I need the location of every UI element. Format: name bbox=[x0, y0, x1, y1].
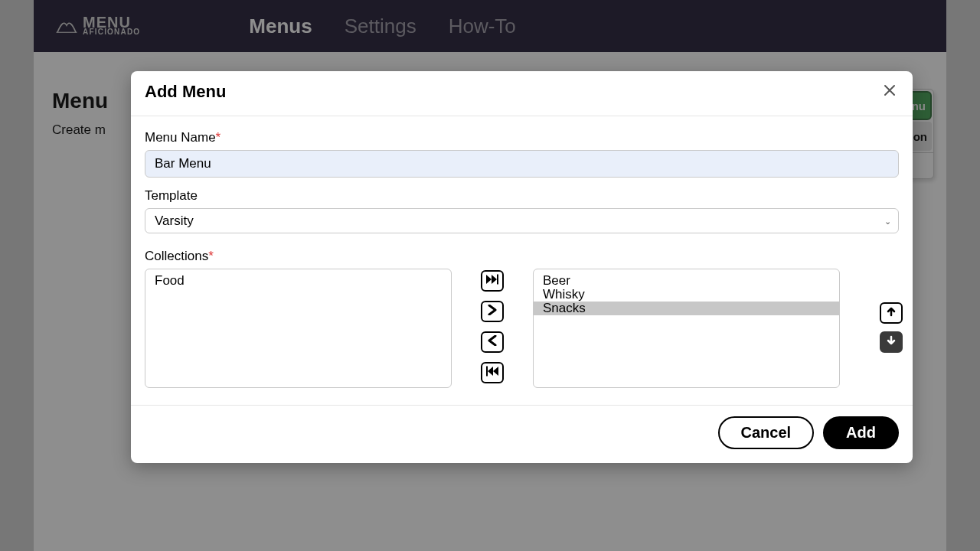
close-button[interactable] bbox=[880, 83, 899, 101]
order-buttons bbox=[880, 269, 903, 353]
add-menu-modal: Add Menu Menu Name* Template Varsity bbox=[131, 71, 913, 463]
collections-dual-list: Food bbox=[145, 269, 899, 388]
required-asterisk: * bbox=[216, 130, 221, 145]
modal-header: Add Menu bbox=[131, 71, 913, 116]
chevron-right-icon bbox=[488, 305, 497, 318]
list-item[interactable]: Whisky bbox=[541, 288, 831, 302]
template-select[interactable]: Varsity bbox=[145, 208, 899, 233]
move-up-button[interactable] bbox=[880, 302, 903, 324]
modal-title: Add Menu bbox=[145, 82, 226, 102]
svg-rect-0 bbox=[497, 275, 498, 285]
move-all-left-button[interactable] bbox=[481, 362, 504, 383]
list-item[interactable]: Food bbox=[153, 274, 443, 288]
arrow-down-icon bbox=[886, 335, 897, 349]
required-asterisk: * bbox=[208, 249, 214, 263]
menu-name-label: Menu Name* bbox=[145, 130, 899, 145]
template-label: Template bbox=[145, 188, 899, 204]
move-all-right-button[interactable] bbox=[481, 270, 504, 292]
close-icon bbox=[883, 83, 897, 100]
transfer-buttons bbox=[481, 269, 504, 383]
move-right-button[interactable] bbox=[481, 301, 504, 322]
modal-body: Menu Name* Template Varsity ⌄ Collection… bbox=[131, 116, 913, 405]
svg-rect-1 bbox=[486, 367, 488, 377]
chevron-left-icon bbox=[488, 335, 497, 349]
move-left-button[interactable] bbox=[481, 331, 504, 353]
modal-overlay: Add Menu Menu Name* Template Varsity bbox=[34, 0, 946, 551]
modal-footer: Cancel Add bbox=[131, 405, 913, 463]
cancel-button[interactable]: Cancel bbox=[718, 416, 815, 449]
menu-name-input[interactable] bbox=[145, 150, 899, 178]
selected-collections-listbox[interactable]: BeerWhiskySnacks bbox=[533, 269, 840, 388]
skip-backward-icon bbox=[485, 366, 499, 380]
add-button[interactable]: Add bbox=[823, 416, 899, 449]
collections-label: Collections* bbox=[145, 249, 899, 264]
available-collections-listbox[interactable]: Food bbox=[145, 269, 452, 388]
list-item[interactable]: Beer bbox=[541, 274, 831, 288]
move-down-button[interactable] bbox=[880, 331, 903, 353]
list-item[interactable]: Snacks bbox=[534, 302, 839, 315]
skip-forward-icon bbox=[485, 274, 499, 288]
arrow-up-icon bbox=[886, 306, 897, 320]
